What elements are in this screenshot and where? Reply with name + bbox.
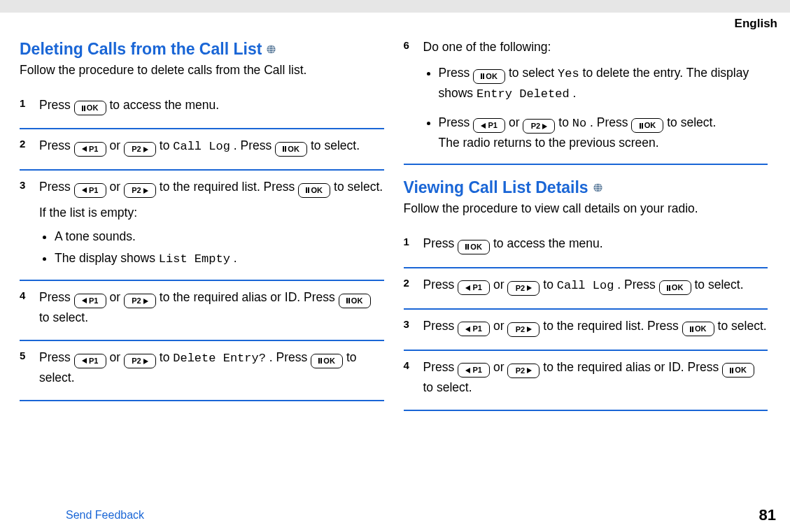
options-list: Press OK to select Yes to delete the ent… — [423, 64, 768, 152]
text: . Press — [269, 350, 311, 364]
text: to select. — [423, 380, 472, 394]
note-list: A tone sounds. The display shows List Em… — [39, 227, 384, 268]
ok-button-icon: OK — [339, 294, 371, 308]
text: . Press — [617, 278, 658, 292]
text: to — [543, 278, 556, 292]
ok-button-icon: OK — [311, 354, 343, 368]
step-number: 3 — [404, 317, 423, 341]
globe-icon — [266, 44, 276, 55]
p2-button-icon: P2 — [507, 281, 539, 296]
right-column: 6 Do one of the following: Press OK to s… — [394, 35, 778, 499]
text: or — [109, 180, 123, 194]
p2-button-icon: P2 — [507, 322, 539, 337]
text: The radio returns to the previous screen… — [439, 136, 659, 150]
step-number: 2 — [404, 275, 423, 300]
text: or — [493, 278, 507, 292]
ok-button-icon: OK — [298, 183, 330, 198]
text: Press — [439, 66, 474, 80]
text: Press — [439, 115, 474, 129]
menu-label: Delete Entry? — [173, 352, 266, 365]
text: to access the menu. — [109, 98, 219, 112]
step-5: 5 Press P1 or P2 to Delete Entry? . Pres… — [20, 341, 384, 401]
lead-text: Do one of the following: — [423, 38, 768, 57]
text: to the required list. Press — [543, 319, 682, 333]
ok-button-icon: OK — [631, 118, 663, 133]
text: or — [109, 290, 123, 304]
step-4b: 4 Press P1 or P2 to the required alias o… — [404, 351, 768, 411]
p1-button-icon: P1 — [458, 363, 490, 378]
text: . Press — [590, 115, 631, 129]
text: Press — [423, 360, 458, 374]
send-feedback-link[interactable]: Send Feedback — [66, 509, 144, 522]
text: to the required alias or ID. Press — [160, 290, 339, 304]
globe-icon — [593, 182, 603, 193]
section-title-deleting: Deleting Calls from the Call List — [20, 41, 384, 58]
step-number: 5 — [20, 348, 39, 391]
text: . Press — [234, 138, 275, 152]
p1-button-icon: P1 — [74, 142, 106, 157]
text: to select. — [667, 115, 716, 129]
step-body: Press P1 or P2 to the required alias or … — [39, 288, 384, 331]
text: to select. — [718, 319, 767, 333]
ok-button-icon: OK — [682, 322, 714, 336]
step-3: 3 Press P1 or P2 to the required list. P… — [20, 171, 384, 281]
p1-button-icon: P1 — [458, 280, 490, 295]
p2-button-icon: P2 — [124, 354, 156, 368]
step-body: Press P1 or P2 to Call Log . Press OK to… — [423, 275, 768, 300]
text: Press — [423, 236, 458, 250]
text: Press — [423, 278, 458, 292]
section-title-viewing: Viewing Call List Details — [404, 179, 768, 196]
text: . — [234, 251, 237, 265]
step-body: Press P1 or P2 to Call Log . Press OK to… — [39, 136, 384, 161]
step-4: 4 Press P1 or P2 to the required alias o… — [20, 281, 384, 341]
display-label: No — [572, 117, 586, 130]
text: Press — [39, 350, 74, 364]
list-item: Press OK to select Yes to delete the ent… — [439, 64, 768, 103]
ok-button-icon: OK — [458, 240, 490, 254]
menu-label: Call Log — [173, 140, 230, 153]
display-label: Yes — [558, 67, 579, 80]
step-3b: 3 Press P1 or P2 to the required list. P… — [404, 310, 768, 351]
text: Press — [39, 290, 74, 304]
page-number: 81 — [759, 506, 776, 524]
text: or — [109, 350, 123, 364]
text: to access the menu. — [493, 236, 603, 250]
display-label: List Empty — [159, 252, 230, 266]
step-number: 6 — [404, 38, 423, 155]
text: or — [109, 138, 123, 152]
text: to — [558, 115, 572, 129]
ok-button-icon: OK — [74, 101, 106, 115]
text: Press — [423, 319, 458, 333]
display-label: Entry Deleted — [477, 87, 570, 101]
text: . — [572, 86, 576, 100]
p2-button-icon: P2 — [124, 294, 156, 308]
step-body: Press OK to access the menu. — [423, 234, 768, 259]
text: to select. — [694, 278, 743, 292]
p1-button-icon: P1 — [74, 294, 106, 308]
step-1b: 1 Press OK to access the menu. — [404, 227, 768, 268]
list-item: A tone sounds. — [55, 227, 384, 246]
step-body: Press P1 or P2 to the required list. Pre… — [423, 317, 768, 341]
text: to select — [509, 66, 558, 80]
text: to — [160, 350, 173, 364]
page-content: Deleting Calls from the Call List Follow… — [0, 31, 790, 499]
step-2b: 2 Press P1 or P2 to Call Log . Press OK … — [404, 268, 768, 310]
text: The display shows — [55, 251, 159, 265]
text: Press — [39, 180, 74, 194]
note-text: If the list is empty: — [39, 203, 384, 222]
p2-button-icon: P2 — [523, 119, 555, 134]
p1-button-icon: P1 — [473, 118, 505, 133]
list-item: The display shows List Empty . — [55, 249, 384, 268]
intro-text: Follow the procedure to delete calls fro… — [20, 62, 384, 79]
menu-label: Call Log — [557, 279, 614, 292]
text: to select. — [39, 310, 88, 324]
step-body: Press P1 or P2 to the required alias or … — [423, 358, 768, 401]
step-number: 2 — [20, 136, 39, 161]
list-item: Press P1 or P2 to No . Press OK to selec… — [439, 113, 768, 152]
text: Press — [39, 138, 74, 152]
p2-button-icon: P2 — [507, 364, 539, 378]
step-number: 4 — [404, 358, 423, 401]
text: to — [160, 138, 173, 152]
text: to select. — [334, 180, 383, 194]
p1-button-icon: P1 — [74, 183, 106, 198]
